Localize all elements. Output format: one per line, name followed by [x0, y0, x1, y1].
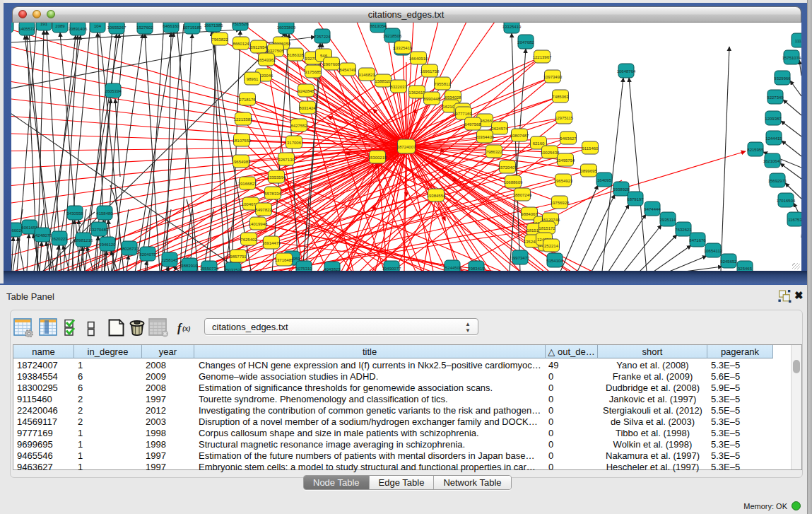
svg-text:19654923: 19654923 [554, 179, 573, 183]
svg-text:5938928: 5938928 [613, 187, 630, 192]
svg-text:8471676: 8471676 [689, 238, 706, 243]
svg-text:9146821: 9146821 [358, 73, 375, 77]
svg-text:1815172: 1815172 [539, 226, 555, 230]
svg-text:4158480: 4158480 [96, 211, 113, 216]
svg-text:12975115: 12975115 [555, 116, 574, 120]
svg-text:4043823: 4043823 [324, 267, 341, 271]
svg-text:16543362: 16543362 [257, 58, 276, 62]
svg-text:5578334: 5578334 [264, 192, 281, 196]
svg-text:7357224: 7357224 [314, 35, 331, 39]
svg-text:1244415: 1244415 [765, 136, 782, 141]
svg-text:18981216: 18981216 [74, 238, 93, 243]
svg-text:16961758: 16961758 [420, 69, 440, 74]
svg-text:19218506: 19218506 [383, 34, 402, 38]
svg-text:8427552: 8427552 [290, 124, 307, 128]
svg-text:7485063: 7485063 [552, 95, 569, 99]
svg-text:10025438: 10025438 [541, 151, 560, 155]
svg-text:9227349: 9227349 [767, 95, 784, 100]
svg-text:19166827: 19166827 [238, 182, 257, 186]
svg-text:62160: 62160 [533, 141, 545, 146]
svg-text:9884067: 9884067 [521, 212, 538, 216]
svg-text:20891406: 20891406 [69, 27, 88, 31]
svg-text:2047682: 2047682 [517, 40, 534, 45]
svg-text:15300215: 15300215 [368, 156, 387, 160]
svg-text:(x): (x) [182, 325, 191, 333]
svg-text:13353594: 13353594 [267, 175, 286, 180]
svg-text:7515526: 7515526 [232, 23, 249, 26]
svg-text:9463627: 9463627 [560, 136, 577, 141]
svg-text:317006: 317006 [287, 141, 302, 145]
svg-text:6879197: 6879197 [627, 197, 644, 201]
svg-text:6934028: 6934028 [445, 95, 461, 100]
svg-text:191: 191 [40, 23, 48, 26]
svg-text:15495754: 15495754 [556, 158, 575, 163]
svg-text:3624574: 3624574 [491, 127, 508, 131]
svg-text:104: 104 [94, 24, 102, 28]
svg-text:12213383: 12213383 [234, 117, 253, 122]
svg-text:2967608: 2967608 [323, 62, 340, 66]
svg-text:20364436: 20364436 [476, 135, 495, 139]
svg-text:9242848: 9242848 [298, 89, 314, 93]
svg-text:2258145: 2258145 [161, 258, 178, 262]
svg-text:1112: 1112 [795, 39, 801, 43]
svg-text:2935114: 2935114 [660, 218, 677, 222]
svg-text:8813054: 8813054 [370, 24, 387, 28]
svg-text:7963822: 7963822 [211, 37, 228, 42]
svg-text:8660124: 8660124 [233, 42, 249, 46]
svg-text:8186328: 8186328 [287, 53, 304, 57]
svg-text:98961: 98961 [247, 77, 259, 81]
svg-text:2718176: 2718176 [239, 98, 256, 102]
svg-text:9245652: 9245652 [720, 259, 737, 264]
svg-text:16210643: 16210643 [763, 159, 782, 163]
svg-text:2946120: 2946120 [99, 243, 116, 247]
svg-text:9327505: 9327505 [267, 49, 284, 53]
svg-text:19973477: 19973477 [511, 256, 530, 260]
svg-text:6466160: 6466160 [163, 24, 180, 28]
svg-text:13716485: 13716485 [275, 258, 294, 262]
svg-text:16671385: 16671385 [204, 23, 223, 28]
svg-text:1209387: 1209387 [765, 117, 782, 121]
svg-text:8454749: 8454749 [339, 68, 356, 72]
svg-text:116753: 116753 [788, 218, 801, 222]
svg-text:5154104: 5154104 [546, 259, 563, 263]
svg-text:16640910: 16640910 [409, 57, 428, 61]
svg-text:925465: 925465 [738, 267, 753, 271]
svg-text:9329966: 9329966 [774, 76, 791, 81]
svg-text:3430558: 3430558 [66, 211, 83, 216]
svg-text:2983419: 2983419 [468, 267, 485, 271]
svg-text:10648764: 10648764 [617, 69, 636, 74]
svg-text:1588520: 1588520 [375, 79, 392, 83]
svg-text:3912954: 3912954 [250, 45, 267, 49]
svg-text:2089: 2089 [55, 24, 65, 28]
svg-text:10807487: 10807487 [510, 134, 529, 138]
svg-text:19490077: 19490077 [382, 267, 401, 271]
svg-text:252214: 252214 [544, 244, 559, 248]
svg-text:19654983: 19654983 [232, 160, 251, 164]
svg-text:10719185: 10719185 [183, 25, 202, 30]
svg-text:15692971: 15692971 [768, 179, 787, 183]
svg-text:15244500: 15244500 [443, 266, 462, 270]
svg-text:10973493: 10973493 [543, 75, 563, 79]
svg-text:3883910: 3883910 [181, 264, 198, 268]
svg-text:8322037: 8322037 [390, 85, 407, 89]
svg-text:13325419: 13325419 [502, 25, 522, 29]
svg-text:15550734: 15550734 [200, 267, 219, 271]
svg-text:10655267: 10655267 [107, 25, 126, 30]
svg-text:164095: 164095 [597, 178, 612, 182]
svg-text:2620223: 2620223 [51, 237, 68, 241]
svg-text:7986322: 7986322 [486, 150, 502, 154]
svg-text:1527602: 1527602 [136, 25, 153, 30]
svg-text:15720407: 15720407 [498, 165, 517, 170]
svg-text:3175685: 3175685 [305, 70, 322, 74]
svg-text:15031529: 15031529 [224, 268, 243, 271]
svg-text:5497822: 5497822 [255, 208, 272, 212]
svg-text:10688609: 10688609 [504, 180, 523, 185]
svg-text:2605334: 2605334 [105, 89, 122, 93]
svg-text:9115460: 9115460 [582, 146, 599, 151]
svg-text:10654112: 10654112 [704, 249, 723, 253]
svg-text:18807249: 18807249 [513, 193, 532, 197]
svg-text:9075310: 9075310 [295, 267, 312, 271]
svg-text:6497568: 6497568 [464, 122, 481, 127]
svg-text:1405572: 1405572 [18, 27, 35, 31]
svg-text:9857791: 9857791 [230, 255, 247, 259]
